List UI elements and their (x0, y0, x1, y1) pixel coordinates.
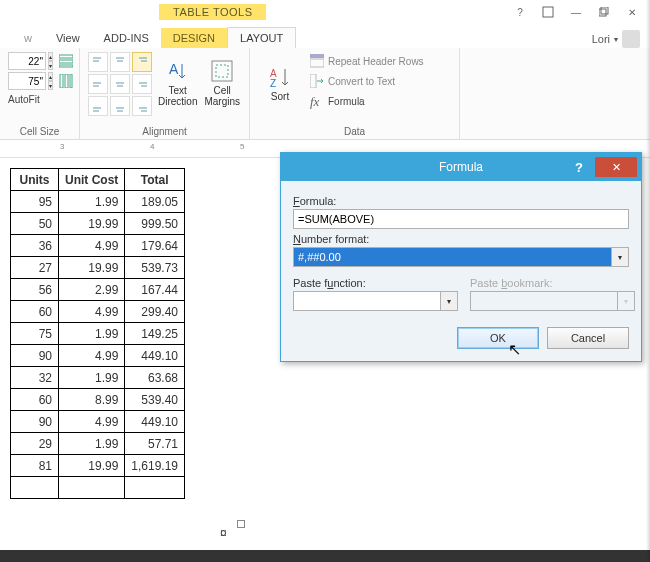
table-cell[interactable] (11, 477, 59, 499)
table-cell[interactable]: 36 (11, 235, 59, 257)
table-cell[interactable]: 2.99 (59, 279, 125, 301)
ok-button[interactable]: OK (457, 327, 539, 349)
table-cell[interactable]: 539.73 (125, 257, 185, 279)
tab-view[interactable]: View (44, 28, 92, 48)
table-cell[interactable]: 95 (11, 191, 59, 213)
table-resize-handle[interactable] (237, 520, 245, 528)
dialog-help-button[interactable]: ? (567, 157, 591, 177)
col-width-input[interactable] (8, 72, 46, 90)
table-cell[interactable]: 63.68 (125, 367, 185, 389)
table-cell[interactable]: 19.99 (59, 257, 125, 279)
table-cell[interactable]: 60 (11, 389, 59, 411)
cell-margins-button[interactable]: Cell Margins (203, 52, 241, 114)
table-cell[interactable]: 539.40 (125, 389, 185, 411)
table-cell[interactable]: 179.64 (125, 235, 185, 257)
autofit-button[interactable]: AutoFit (8, 94, 71, 105)
paste-function-dropdown-icon[interactable]: ▾ (440, 291, 458, 311)
table-row[interactable]: 904.99449.10 (11, 345, 185, 367)
restore-button[interactable] (590, 2, 618, 22)
table-cell[interactable]: 56 (11, 279, 59, 301)
table-cell[interactable] (59, 477, 125, 499)
table-cell[interactable]: 1.99 (59, 367, 125, 389)
table-row[interactable] (11, 477, 185, 499)
col-width-spinner[interactable]: ▴▾ (8, 72, 71, 90)
table-cell[interactable]: 8.99 (59, 389, 125, 411)
table-cell[interactable]: 4.99 (59, 345, 125, 367)
table-header[interactable]: Unit Cost (59, 169, 125, 191)
align-top-left-button[interactable] (88, 52, 108, 72)
paste-function-combo[interactable]: ▾ (293, 291, 458, 311)
user-area[interactable]: Lori ▾ (592, 30, 640, 48)
table-cell[interactable]: 50 (11, 213, 59, 235)
table-row[interactable]: 604.99299.40 (11, 301, 185, 323)
number-format-input[interactable] (293, 247, 611, 267)
convert-to-text-button[interactable]: Convert to Text (306, 72, 428, 90)
table-cell[interactable]: 57.71 (125, 433, 185, 455)
table-cell[interactable]: 167.44 (125, 279, 185, 301)
text-direction-button[interactable]: A Text Direction (158, 52, 197, 114)
table-row[interactable]: 751.99149.25 (11, 323, 185, 345)
row-height-input[interactable] (8, 52, 46, 70)
sort-button[interactable]: AZ Sort (258, 52, 302, 114)
spin-down-icon[interactable]: ▾ (48, 61, 53, 70)
table-cell[interactable]: 32 (11, 367, 59, 389)
repeat-header-rows-button[interactable]: Repeat Header Rows (306, 52, 428, 70)
table-cell[interactable]: 189.05 (125, 191, 185, 213)
table-row[interactable]: 904.99449.10 (11, 411, 185, 433)
table-cell[interactable]: 449.10 (125, 411, 185, 433)
table-cell[interactable]: 60 (11, 301, 59, 323)
tab-addins[interactable]: ADD-INS (92, 28, 161, 48)
align-top-center-button[interactable] (110, 52, 130, 72)
table-row[interactable]: 8119.991,619.19 (11, 455, 185, 477)
table-row[interactable]: 291.9957.71 (11, 433, 185, 455)
distribute-rows-icon[interactable] (59, 54, 73, 68)
table-row[interactable]: 321.9963.68 (11, 367, 185, 389)
table-cell[interactable]: 999.50 (125, 213, 185, 235)
align-mid-right-button[interactable] (132, 74, 152, 94)
table-cell[interactable]: 90 (11, 411, 59, 433)
spin-up-icon[interactable]: ▴ (48, 72, 53, 81)
table-cell[interactable]: 4.99 (59, 411, 125, 433)
table-row[interactable]: 5019.99999.50 (11, 213, 185, 235)
table-cell[interactable]: 1.99 (59, 323, 125, 345)
table-row[interactable]: 608.99539.40 (11, 389, 185, 411)
table-cell[interactable]: 1.99 (59, 433, 125, 455)
align-bot-center-button[interactable] (110, 96, 130, 116)
table-header[interactable]: Total (125, 169, 185, 191)
table-cell[interactable]: 449.10 (125, 345, 185, 367)
table-cell[interactable]: 149.25 (125, 323, 185, 345)
dialog-close-button[interactable]: ✕ (595, 157, 637, 177)
minimize-button[interactable]: — (562, 2, 590, 22)
align-bot-left-button[interactable] (88, 96, 108, 116)
number-format-combo[interactable]: ▾ (293, 247, 629, 267)
cancel-button[interactable]: Cancel (547, 327, 629, 349)
table-cell[interactable]: 81 (11, 455, 59, 477)
table-cell[interactable]: 19.99 (59, 455, 125, 477)
table-cell[interactable]: 90 (11, 345, 59, 367)
ribbon-options-button[interactable] (534, 2, 562, 22)
dialog-titlebar[interactable]: Formula ? ✕ (281, 153, 641, 181)
table-cell[interactable]: 4.99 (59, 301, 125, 323)
spin-up-icon[interactable]: ▴ (48, 52, 53, 61)
spin-down-icon[interactable]: ▾ (48, 81, 53, 90)
table-cell[interactable]: 4.99 (59, 235, 125, 257)
table-cell[interactable] (125, 477, 185, 499)
distribute-cols-icon[interactable] (59, 74, 73, 88)
tab-view-partial[interactable]: w (12, 28, 44, 48)
table-cell[interactable]: 1.99 (59, 191, 125, 213)
tab-design[interactable]: DESIGN (161, 28, 227, 48)
tab-layout[interactable]: LAYOUT (227, 27, 296, 48)
help-button[interactable]: ? (506, 2, 534, 22)
table-header[interactable]: Units (11, 169, 59, 191)
formula-button[interactable]: fx Formula (306, 92, 428, 110)
table-cell[interactable]: 299.40 (125, 301, 185, 323)
table-row[interactable]: 562.99167.44 (11, 279, 185, 301)
align-top-right-button[interactable] (132, 52, 152, 72)
paste-function-input[interactable] (293, 291, 440, 311)
number-format-dropdown-icon[interactable]: ▾ (611, 247, 629, 267)
close-button[interactable]: ✕ (618, 2, 646, 22)
data-table[interactable]: UnitsUnit CostTotal 951.99189.055019.999… (10, 168, 185, 499)
table-cell[interactable]: 75 (11, 323, 59, 345)
table-cell[interactable]: 1,619.19 (125, 455, 185, 477)
table-row[interactable]: 2719.99539.73 (11, 257, 185, 279)
